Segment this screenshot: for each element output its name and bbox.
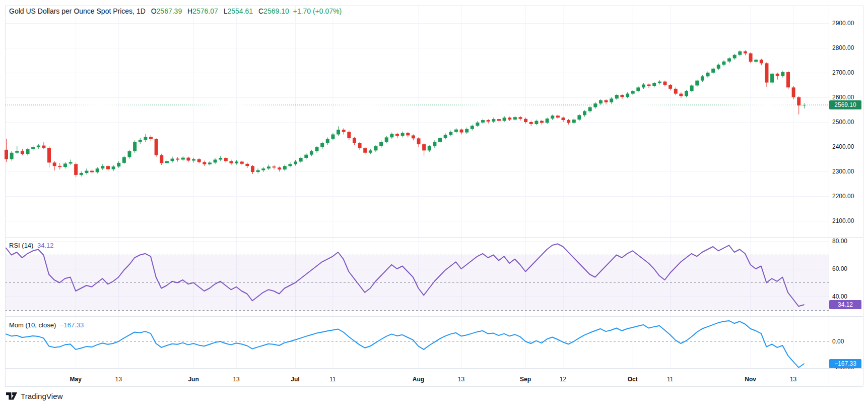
tradingview-logo[interactable]: TradingView (6, 390, 63, 401)
svg-text:2400.00: 2400.00 (832, 143, 854, 150)
svg-text:Aug: Aug (413, 376, 424, 383)
svg-text:Nov: Nov (745, 376, 756, 383)
svg-text:0.00: 0.00 (832, 338, 844, 345)
mom-line[interactable] (6, 321, 804, 368)
high-label: H (187, 7, 192, 15)
high-value: 2576.07 (192, 7, 218, 15)
svg-text:40.00: 40.00 (832, 293, 847, 300)
close-label: C (258, 7, 263, 15)
price-axis[interactable]: 2900.002800.002700.002600.002500.002400.… (832, 20, 854, 371)
close-value: 2569.10 (263, 7, 289, 15)
svg-text:12: 12 (560, 376, 567, 383)
svg-text:13: 13 (790, 376, 797, 383)
low-value: 2554.61 (227, 7, 253, 15)
svg-text:2900.00: 2900.00 (832, 20, 854, 27)
symbol-title[interactable]: Gold US Dollars per Ounce Spot Prices, 1… (9, 7, 146, 15)
pane-borders (5, 6, 863, 387)
svg-text:May: May (70, 376, 82, 383)
chart-widget: 2900.002800.002700.002600.002500.002400.… (0, 0, 868, 405)
candlestick-series[interactable] (5, 50, 806, 177)
svg-text:2700.00: 2700.00 (832, 69, 854, 76)
rsi-legend: RSI (14) 34.12 (9, 242, 54, 249)
tradingview-logo-text: TradingView (21, 392, 63, 400)
tradingview-logo-icon (6, 392, 17, 400)
svg-text:Sep: Sep (520, 376, 531, 383)
svg-text:11: 11 (667, 376, 674, 383)
svg-text:2800.00: 2800.00 (832, 44, 854, 51)
mom-name[interactable]: Mom (9, 321, 24, 329)
svg-text:2600.00: 2600.00 (832, 94, 854, 101)
svg-text:11: 11 (329, 376, 336, 383)
svg-text:13: 13 (233, 376, 240, 383)
change-value: +1.70 (+0.07%) (293, 7, 342, 15)
open-value: 2567.39 (157, 7, 182, 15)
mom-params: (10, close) (26, 321, 56, 329)
svg-text:2200.00: 2200.00 (832, 193, 854, 200)
svg-text:2100.00: 2100.00 (832, 217, 854, 224)
mom-value-badge: −167.33 (829, 359, 861, 368)
main-legend: Gold US Dollars per Ounce Spot Prices, 1… (9, 7, 342, 15)
time-axis[interactable]: May13Jun13Jul11Aug13Sep12Oct11Nov13 (70, 376, 797, 383)
rsi-params: (14) (22, 242, 33, 249)
svg-text:Jun: Jun (188, 376, 198, 383)
rsi-value: 34.12 (37, 242, 54, 249)
svg-text:80.00: 80.00 (832, 238, 847, 245)
open-label: O (151, 7, 157, 15)
svg-text:60.00: 60.00 (832, 265, 847, 272)
svg-text:2300.00: 2300.00 (832, 168, 854, 175)
rsi-value-badge: 34.12 (829, 300, 861, 309)
mom-value: −167.33 (60, 321, 84, 329)
last-price-badge: 2569.10 (829, 100, 861, 109)
chart-canvas[interactable]: 2900.002800.002700.002600.002500.002400.… (0, 0, 868, 405)
svg-text:Oct: Oct (628, 376, 638, 383)
grid (5, 6, 829, 368)
mom-legend: Mom (10, close) −167.33 (9, 321, 84, 329)
svg-text:13: 13 (458, 376, 465, 383)
svg-text:13: 13 (115, 376, 122, 383)
svg-text:2500.00: 2500.00 (832, 119, 854, 126)
svg-text:Jul: Jul (291, 376, 299, 383)
rsi-name[interactable]: RSI (9, 242, 20, 249)
